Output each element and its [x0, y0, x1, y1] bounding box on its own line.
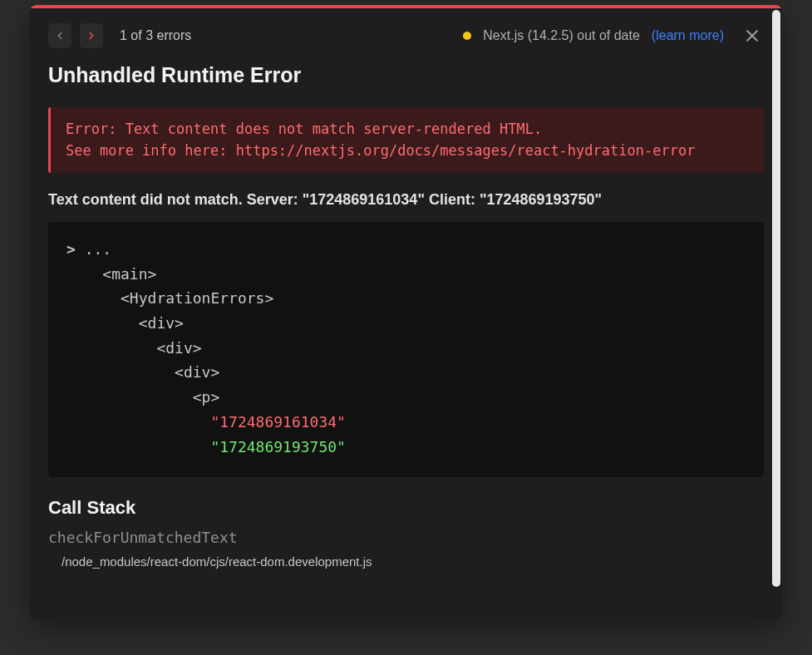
stack-file-path: /node_modules/react-dom/cjs/react-dom.de… [30, 551, 782, 569]
tree-diff-server: "1724869161034" [66, 410, 746, 435]
call-stack-title: Call Stack [30, 497, 782, 527]
tree-collapse-row[interactable]: > ... [66, 237, 746, 262]
mismatch-description: Text content did not match. Server: "172… [30, 186, 782, 222]
next-error-button[interactable] [80, 23, 103, 48]
tree-diff-client: "1724869193750" [66, 435, 746, 460]
tree-line: <p> [66, 385, 746, 410]
close-button[interactable] [741, 24, 764, 47]
error-message-text: Error: Text content does not match serve… [66, 119, 749, 161]
tree-ellipsis: ... [85, 240, 112, 258]
prev-error-button[interactable] [48, 23, 71, 48]
accent-bar [30, 5, 782, 8]
close-icon [744, 27, 760, 44]
tree-line: <div> [66, 311, 746, 336]
component-tree: > ... <main> <HydrationErrors> <div> <di… [48, 222, 764, 477]
error-counter: 1 of 3 errors [120, 28, 191, 43]
chevron-left-icon [54, 30, 66, 42]
stack-function-name: checkForUnmatchedText [30, 527, 782, 551]
tree-line: <div> [66, 360, 746, 385]
header-row: 1 of 3 errors Next.js (14.2.5) out of da… [30, 8, 782, 55]
version-status: Next.js (14.2.5) out of date [483, 28, 640, 43]
error-overlay: 1 of 3 errors Next.js (14.2.5) out of da… [30, 5, 782, 620]
error-title: Unhandled Runtime Error [30, 55, 782, 101]
caret-right-icon: > [66, 240, 85, 258]
learn-more-link[interactable]: (learn more) [652, 28, 724, 43]
error-message-box: Error: Text content does not match serve… [48, 107, 764, 173]
tree-line: <main> [66, 262, 746, 287]
tree-line: <div> [66, 336, 746, 361]
tree-line: <HydrationErrors> [66, 286, 746, 311]
content-scroll: 1 of 3 errors Next.js (14.2.5) out of da… [30, 8, 782, 620]
chevron-right-icon [86, 30, 97, 42]
warning-dot-icon [463, 32, 471, 40]
